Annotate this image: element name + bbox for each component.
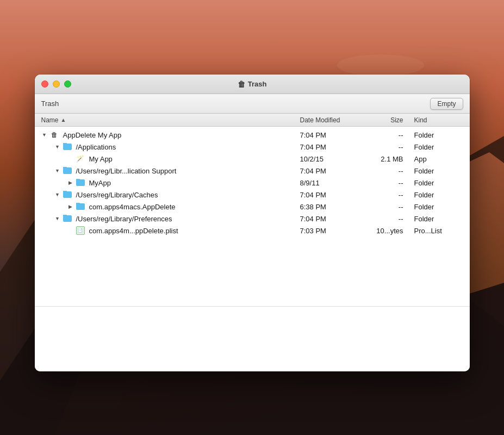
file-kind: Folder (414, 215, 463, 223)
file-name: /Users/reg/Library/Preferences (76, 215, 172, 223)
sort-arrow-icon: ▲ (61, 117, 66, 123)
folder-icon (63, 144, 72, 150)
folder-icon (76, 179, 85, 186)
disclosure-button[interactable]: ▼ (54, 144, 61, 150)
app-icon: 🪄 (76, 154, 85, 163)
file-kind: Folder (414, 167, 463, 175)
file-date: 7:04 PM (300, 131, 371, 139)
svg-point-8 (402, 46, 468, 63)
breadcrumb: Trash (41, 100, 59, 108)
file-name-cell: ▶ com.apps4macs.AppDelete (41, 203, 300, 211)
title-bar: 🗑 Trash (35, 74, 470, 94)
file-kind: Folder (414, 143, 463, 151)
minimize-button[interactable] (53, 80, 60, 88)
table-row[interactable]: 🪄 My App 10/2/15 2.1 MB App (35, 153, 470, 165)
file-size: -- (371, 191, 414, 199)
column-headers: Name ▲ Date Modified Size Kind (35, 114, 470, 127)
maximize-button[interactable] (64, 80, 71, 88)
file-name: My App (89, 155, 113, 163)
file-kind: Pro...List (414, 227, 463, 235)
file-size: 2.1 MB (371, 155, 414, 163)
file-date: 7:04 PM (300, 215, 371, 223)
file-name-cell: ▼ /Users/reg/Library/Preferences (41, 215, 300, 223)
file-name: AppDelete My App (63, 131, 122, 139)
disclosure-button[interactable]: ▶ (67, 203, 74, 210)
file-kind: Folder (414, 179, 463, 187)
col-header-date[interactable]: Date Modified (300, 116, 371, 124)
file-kind: App (414, 155, 463, 163)
col-header-name[interactable]: Name ▲ (41, 116, 300, 124)
file-name-cell: 📄 com.apps4m...ppDelete.plist (41, 226, 300, 235)
file-kind: Folder (414, 191, 463, 199)
window-title-icon: 🗑 (238, 80, 245, 89)
appdelete-icon: 🗑 (50, 130, 59, 139)
file-date: 7:04 PM (300, 191, 371, 199)
file-name-cell: ▼ /Users/reg/Libr...lication Support (41, 167, 300, 175)
file-date: 7:04 PM (300, 143, 371, 151)
file-name-cell: ▼ /Users/reg/Library/Caches (41, 191, 300, 199)
file-name: com.apps4macs.AppDelete (89, 203, 176, 211)
empty-space (35, 306, 470, 371)
folder-icon (63, 215, 72, 222)
file-date: 6:38 PM (300, 203, 371, 211)
disclosure-button[interactable]: ▶ (67, 179, 74, 186)
file-date: 7:04 PM (300, 167, 371, 175)
folder-icon (76, 203, 85, 210)
file-size: 10...ytes (371, 227, 414, 235)
table-row[interactable]: ▶ MyApp 8/9/11 -- Folder (35, 177, 470, 189)
file-list: ▼ 🗑 AppDelete My App 7:04 PM -- Folder ▼… (35, 127, 470, 306)
col-header-kind[interactable]: Kind (414, 116, 463, 124)
file-kind: Folder (414, 131, 463, 139)
file-name: /Users/reg/Libr...lication Support (76, 167, 177, 175)
file-size: -- (371, 203, 414, 211)
file-name-cell: ▼ /Applications (41, 143, 300, 151)
folder-icon (63, 167, 72, 174)
folder-icon (63, 191, 72, 198)
file-size: -- (371, 215, 414, 223)
disclosure-button[interactable]: ▼ (54, 167, 61, 174)
file-name-cell: ▶ MyApp (41, 179, 300, 187)
file-date: 8/9/11 (300, 179, 371, 187)
file-name: /Applications (76, 143, 116, 151)
file-name: /Users/reg/Library/Caches (76, 191, 158, 199)
file-size: -- (371, 179, 414, 187)
disclosure-button[interactable]: ▼ (54, 191, 61, 198)
file-size: -- (371, 131, 414, 139)
file-size: -- (371, 143, 414, 151)
empty-button[interactable]: Empty (430, 98, 463, 110)
plist-icon: 📄 (76, 226, 85, 235)
finder-window: 🗑 Trash Trash Empty Name ▲ Date Modified… (35, 74, 470, 371)
file-name-cell: 🪄 My App (41, 154, 300, 163)
table-row[interactable]: ▼ /Users/reg/Libr...lication Support 7:0… (35, 165, 470, 177)
table-row[interactable]: 📄 com.apps4m...ppDelete.plist 7:03 PM 10… (35, 225, 470, 237)
col-header-size[interactable]: Size (371, 116, 414, 124)
table-row[interactable]: ▶ com.apps4macs.AppDelete 6:38 PM -- Fol… (35, 201, 470, 213)
file-date: 10/2/15 (300, 155, 371, 163)
window-title-group: 🗑 Trash (238, 80, 267, 89)
file-name: MyApp (89, 179, 111, 187)
disclosure-button[interactable]: ▼ (41, 132, 48, 138)
window-title: Trash (248, 80, 267, 88)
file-kind: Folder (414, 203, 463, 211)
file-size: -- (371, 167, 414, 175)
disclosure-button[interactable]: ▼ (54, 215, 61, 222)
file-name: com.apps4m...ppDelete.plist (89, 227, 178, 235)
traffic-lights (41, 80, 71, 88)
close-button[interactable] (41, 80, 48, 88)
table-row[interactable]: ▼ /Users/reg/Library/Caches 7:04 PM -- F… (35, 189, 470, 201)
toolbar: Trash Empty (35, 94, 470, 114)
table-row[interactable]: ▼ 🗑 AppDelete My App 7:04 PM -- Folder (35, 129, 470, 141)
table-row[interactable]: ▼ /Applications 7:04 PM -- Folder (35, 141, 470, 153)
file-name-cell: ▼ 🗑 AppDelete My App (41, 130, 300, 139)
file-date: 7:03 PM (300, 227, 371, 235)
table-row[interactable]: ▼ /Users/reg/Library/Preferences 7:04 PM… (35, 213, 470, 225)
